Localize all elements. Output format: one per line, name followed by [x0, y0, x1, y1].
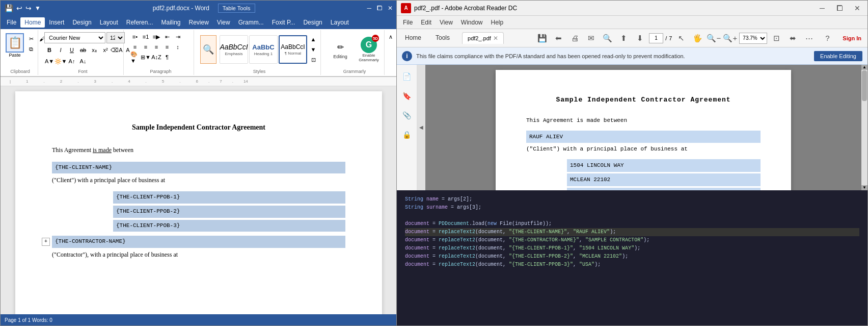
word-restore-btn[interactable]: ⧠ [376, 5, 383, 12]
menu-references[interactable]: Referen... [122, 17, 157, 28]
acrobat-menu-help[interactable]: Help [487, 17, 508, 28]
acrobat-close-btn[interactable]: ✕ [851, 3, 863, 13]
scrollbar-thumb[interactable] [862, 70, 867, 101]
superscript-button[interactable]: x² [100, 45, 111, 55]
pdf-cursor-icon[interactable]: ↖ [674, 31, 688, 45]
styles-expand[interactable]: ⊡ [308, 55, 318, 64]
decrease-indent-button[interactable]: ⇤ [162, 32, 172, 41]
pdf-next-page-icon[interactable]: ⬇ [633, 31, 647, 45]
enable-editing-button[interactable]: Enable Editing [814, 51, 862, 61]
pdf-back-icon[interactable]: ⬅ [551, 31, 565, 45]
editing-button[interactable]: ✏ Editing [327, 37, 354, 62]
scrollbar-up-btn[interactable]: ▲ [861, 65, 867, 70]
styles-search-button[interactable]: 🔍 [200, 35, 216, 64]
word-redo-icon[interactable]: ↪ [25, 4, 32, 12]
pdf-print-icon[interactable]: 🖨 [567, 31, 582, 45]
acrobat-doc-tab-close[interactable]: ✕ [493, 35, 498, 42]
style-heading1[interactable]: AaBbC Heading 1 [249, 35, 278, 64]
sidebar-attachment-btn[interactable]: 📎 [399, 108, 415, 123]
grammarly-button[interactable]: G 5D EnableGrammarly [356, 34, 382, 65]
acrobat-menu-window[interactable]: Window [457, 17, 487, 28]
acrobat-tab-tools[interactable]: Tools [429, 31, 456, 45]
font-down-button[interactable]: A↓ [78, 57, 88, 66]
font-color-button[interactable]: A▼ [44, 57, 55, 66]
paste-button[interactable]: 📋 Paste [5, 32, 25, 59]
clear-format-button[interactable]: ⌫A [112, 45, 122, 55]
line-spacing-button[interactable]: ↕ [173, 42, 183, 52]
increase-indent-button[interactable]: ⇥ [173, 32, 183, 41]
font-size-select[interactable]: 12 [106, 32, 125, 43]
cut-button[interactable]: ✂ [26, 34, 36, 43]
font-family-select[interactable]: Courier New [44, 32, 105, 43]
pdf-search-icon[interactable]: 🔍 [600, 31, 614, 45]
pdf-email-icon[interactable]: ✉ [584, 31, 598, 45]
pdf-zoom-in-icon[interactable]: 🔍+ [723, 31, 737, 45]
pdf-zoom-select[interactable]: 73.7% [739, 33, 767, 44]
styles-scroll-up[interactable]: ▲ [308, 35, 318, 44]
borders-button[interactable]: ⊞▼ [141, 53, 151, 62]
pdf-more-icon[interactable]: ⋯ [802, 31, 816, 45]
pdf-save-icon[interactable]: 💾 [535, 31, 549, 45]
menu-foxit[interactable]: Foxit P... [268, 17, 300, 28]
scrollbar-down-btn[interactable]: ▼ [861, 185, 867, 190]
acrobat-restore-btn[interactable]: ⧠ [833, 3, 846, 13]
acrobat-scrollbar[interactable]: ▲ ▼ [861, 65, 867, 190]
sidebar-security-btn[interactable]: 🔒 [399, 127, 415, 142]
menu-mailing[interactable]: Mailing [157, 17, 184, 28]
add-paragraph-icon[interactable]: + [42, 238, 50, 246]
highlight-button[interactable]: 🔆▼ [56, 57, 66, 66]
acrobat-menu-view[interactable]: View [436, 17, 457, 28]
ribbon-collapse-btn[interactable]: ∧ [386, 32, 396, 41]
bullet-list-button[interactable]: ≡• [130, 32, 140, 41]
show-marks-button[interactable]: ¶ [162, 53, 172, 62]
acrobat-sidebar-collapse-btn[interactable]: ◀ [417, 65, 425, 190]
menu-home[interactable]: Home [20, 17, 45, 28]
multi-list-button[interactable]: ≡▶ [151, 32, 161, 41]
acrobat-tab-home[interactable]: Home [399, 31, 427, 45]
sidebar-thumbnail-btn[interactable]: 📄 [399, 69, 415, 84]
pdf-prev-page-icon[interactable]: ⬆ [616, 31, 631, 45]
acrobat-help-icon[interactable]: ? [820, 31, 834, 45]
style-emphasis[interactable]: AaBbCcI Emphasis [220, 35, 248, 64]
font-up-button[interactable]: A↑ [67, 57, 77, 66]
word-close-btn[interactable]: ✕ [388, 5, 393, 12]
italic-button[interactable]: I [56, 45, 66, 55]
menu-design[interactable]: Design [68, 17, 95, 28]
acrobat-menu-file[interactable]: File [399, 17, 417, 28]
pdf-fit-width-icon[interactable]: ⬌ [785, 31, 800, 45]
word-save-icon[interactable]: 💾 [5, 4, 13, 12]
menu-design2[interactable]: Design [299, 17, 326, 28]
menu-review[interactable]: Review [184, 17, 212, 28]
word-customize-icon[interactable]: ▼ [35, 5, 41, 12]
acrobat-menu-edit[interactable]: Edit [417, 17, 436, 28]
number-list-button[interactable]: ≡1 [141, 32, 151, 41]
acrobat-doc-tab[interactable]: pdf2_.pdf ✕ [462, 32, 504, 44]
menu-layout2[interactable]: Layout [327, 17, 353, 28]
subscript-button[interactable]: x₂ [89, 45, 99, 55]
sidebar-bookmark-btn[interactable]: 🔖 [399, 88, 415, 104]
underline-button[interactable]: U [67, 45, 77, 55]
word-undo-icon[interactable]: ↩ [16, 4, 22, 12]
menu-view[interactable]: View [213, 17, 234, 28]
menu-grammarly[interactable]: Gramm... [234, 17, 268, 28]
styles-scroll-down[interactable]: ▼ [308, 45, 318, 54]
strikethrough-button[interactable]: ab [78, 45, 88, 55]
copy-button[interactable]: ⧉ [26, 44, 36, 54]
align-right-button[interactable]: ≡ [151, 42, 161, 52]
menu-insert[interactable]: Insert [45, 17, 68, 28]
shading-button[interactable]: 🎨▼ [130, 53, 140, 62]
align-center-button[interactable]: ≡ [141, 42, 151, 52]
pdf-hand-icon[interactable]: 🖐 [690, 31, 704, 45]
sort-button[interactable]: A↕Z [151, 53, 161, 62]
pdf-page-input[interactable] [649, 33, 663, 43]
menu-layout[interactable]: Layout [96, 17, 122, 28]
pdf-zoom-out-icon[interactable]: 🔍− [707, 31, 721, 45]
word-minimize-btn[interactable]: ─ [367, 5, 371, 12]
menu-file[interactable]: File [3, 17, 20, 28]
bold-button[interactable]: B [44, 45, 55, 55]
acrobat-sign-in[interactable]: Sign In [838, 33, 865, 43]
justify-button[interactable]: ≡ [162, 42, 172, 52]
align-left-button[interactable]: ≡ [130, 42, 140, 52]
pdf-fit-page-icon[interactable]: ⊡ [769, 31, 783, 45]
acrobat-minimize-btn[interactable]: ─ [817, 3, 828, 13]
